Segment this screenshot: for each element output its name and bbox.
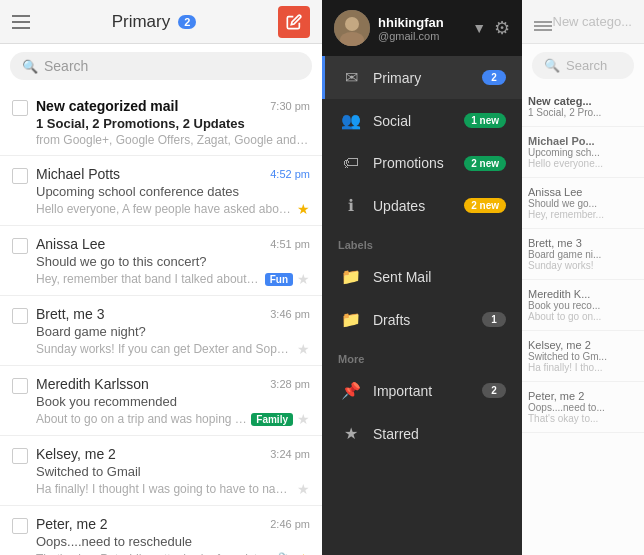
email-subject: Upcoming school conference dates (36, 184, 310, 199)
star-icon[interactable]: ★ (297, 271, 310, 287)
email-item[interactable]: Brett, me 33:46 pmBoard game night?Sunda… (0, 296, 322, 366)
nav-label: Updates (373, 198, 452, 214)
primary-icon: ✉ (341, 68, 361, 87)
nav-item-updates[interactable]: ℹUpdates2 new (322, 184, 522, 227)
star-icon[interactable]: ★ (297, 551, 310, 555)
nav-item-social[interactable]: 👥Social1 new (322, 99, 522, 142)
right-panel: New catego... 🔍 Search New categ... 1 So… (522, 0, 644, 555)
search-bar[interactable]: 🔍 Search (10, 52, 312, 80)
email-checkbox[interactable] (12, 238, 28, 254)
email-time: 4:51 pm (270, 238, 310, 250)
email-list: New categorized mail7:30 pm1 Social, 2 P… (0, 88, 322, 555)
email-checkbox[interactable] (12, 378, 28, 394)
promotions-icon: 🏷 (341, 154, 361, 172)
email-tag: Family (251, 413, 293, 426)
label-icon: 📁 (341, 267, 361, 286)
email-content: Brett, me 33:46 pmBoard game night?Sunda… (36, 306, 310, 357)
email-content: Anissa Lee4:51 pmShould we go to this co… (36, 236, 310, 287)
star-icon[interactable]: ★ (297, 411, 310, 427)
email-sender: New categorized mail (36, 98, 178, 114)
star-icon[interactable]: ★ (297, 341, 310, 357)
account-info: hhikingfan @gmail.com (378, 15, 464, 42)
label-badge: 1 (482, 312, 506, 327)
email-time: 3:24 pm (270, 448, 310, 460)
star-icon[interactable]: ★ (297, 481, 310, 497)
email-sender: Brett, me 3 (36, 306, 104, 322)
more-label: Important (373, 383, 470, 399)
email-preview: from Google+, Google Offers, Zagat, Goog… (36, 133, 310, 147)
email-preview: Sunday works! If you can get Dexter and … (36, 342, 293, 356)
nav-item-primary[interactable]: ✉Primary2 (322, 56, 522, 99)
email-time: 4:52 pm (270, 168, 310, 180)
nav-items: ✉Primary2👥Social1 new🏷Promotions2 newℹUp… (322, 56, 522, 227)
email-subject: Book you recommended (36, 394, 310, 409)
more-icon: ★ (341, 424, 361, 443)
email-preview: Hey, remember that band I talked about? … (36, 272, 261, 286)
email-item[interactable]: Anissa Lee4:51 pmShould we go to this co… (0, 226, 322, 296)
more-items: 📌Important2★Starred (322, 369, 522, 455)
label-item-sent-mail[interactable]: 📁Sent Mail (322, 255, 522, 298)
email-checkbox[interactable] (12, 308, 28, 324)
nav-badge: 1 new (464, 113, 506, 128)
label-item-drafts[interactable]: 📁Drafts1 (322, 298, 522, 341)
email-preview: Ha finally! I thought I was going to hav… (36, 482, 293, 496)
social-icon: 👥 (341, 111, 361, 130)
left-panel: Primary 2 🔍 Search New categorized mail7… (0, 0, 322, 555)
email-item[interactable]: New categorized mail7:30 pm1 Social, 2 P… (0, 88, 322, 156)
email-subject: Oops....need to reschedule (36, 534, 310, 549)
main-header: Primary 2 (0, 0, 322, 44)
label-items: 📁Sent Mail📁Drafts1 (322, 255, 522, 341)
account-name: hhikingfan (378, 15, 464, 30)
label-name: Sent Mail (373, 269, 506, 285)
hamburger-button[interactable] (12, 15, 30, 29)
email-sender: Meredith Karlsson (36, 376, 149, 392)
nav-label: Social (373, 113, 452, 129)
email-checkbox[interactable] (12, 168, 28, 184)
email-item[interactable]: Kelsey, me 23:24 pmSwitched to GmailHa f… (0, 436, 322, 506)
more-icon: 📌 (341, 381, 361, 400)
account-header: hhikingfan @gmail.com ▼ ⚙ (322, 0, 522, 56)
dropdown-panel: hhikingfan @gmail.com ▼ ⚙ ✉Primary2👥Soci… (322, 0, 522, 555)
email-checkbox[interactable] (12, 518, 28, 534)
email-preview: Hello everyone, A few people have asked … (36, 202, 293, 216)
search-placeholder: Search (44, 58, 88, 74)
email-content: Michael Potts4:52 pmUpcoming school conf… (36, 166, 310, 217)
label-name: Drafts (373, 312, 470, 328)
settings-icon[interactable]: ⚙ (494, 17, 510, 39)
more-item-important[interactable]: 📌Important2 (322, 369, 522, 412)
email-item[interactable]: Meredith Karlsson3:28 pmBook you recomme… (0, 366, 322, 436)
more-item-starred[interactable]: ★Starred (322, 412, 522, 455)
header-badge: 2 (178, 15, 196, 29)
email-checkbox[interactable] (12, 100, 28, 116)
nav-badge: 2 new (464, 198, 506, 213)
email-checkbox[interactable] (12, 448, 28, 464)
email-item[interactable]: Michael Potts4:52 pmUpcoming school conf… (0, 156, 322, 226)
email-sender: Michael Potts (36, 166, 120, 182)
email-time: 7:30 pm (270, 100, 310, 112)
avatar (334, 10, 370, 46)
email-sender: Anissa Lee (36, 236, 105, 252)
email-item[interactable]: Peter, me 22:46 pmOops....need to resche… (0, 506, 322, 555)
email-subject: 1 Social, 2 Promotions, 2 Updates (36, 116, 310, 131)
svg-point-1 (345, 17, 359, 31)
label-icon: 📁 (341, 310, 361, 329)
nav-badge: 2 new (464, 156, 506, 171)
labels-section-title: Labels (322, 227, 522, 255)
more-label: Starred (373, 426, 506, 442)
account-email: @gmail.com (378, 30, 464, 42)
email-content: Kelsey, me 23:24 pmSwitched to GmailHa f… (36, 446, 310, 497)
nav-item-promotions[interactable]: 🏷Promotions2 new (322, 142, 522, 184)
search-icon: 🔍 (22, 59, 38, 74)
dropdown-arrow-icon[interactable]: ▼ (472, 20, 486, 36)
email-subject: Should we go to this concert? (36, 254, 310, 269)
email-content: Peter, me 22:46 pmOops....need to resche… (36, 516, 310, 555)
nav-label: Primary (373, 70, 470, 86)
nav-label: Promotions (373, 155, 452, 171)
email-content: Meredith Karlsson3:28 pmBook you recomme… (36, 376, 310, 427)
compose-button[interactable] (278, 6, 310, 38)
email-time: 3:46 pm (270, 308, 310, 320)
right-search: 🔍 Search (532, 52, 634, 79)
nav-badge: 2 (482, 70, 506, 85)
star-icon[interactable]: ★ (297, 201, 310, 217)
email-subject: Board game night? (36, 324, 310, 339)
